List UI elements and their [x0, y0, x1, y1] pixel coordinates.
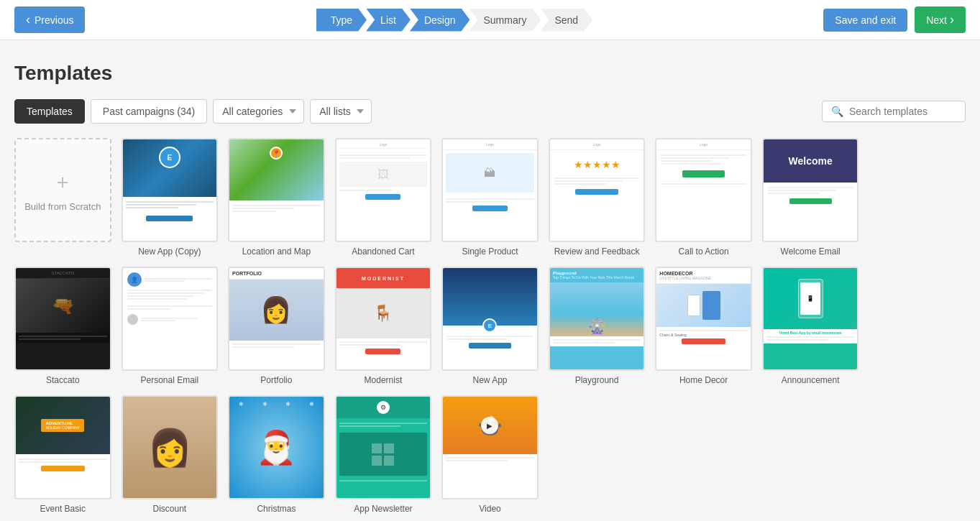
template-label: Location and Map — [228, 246, 325, 257]
template-label: Portfolio — [228, 375, 325, 385]
template-label: Modernist — [335, 375, 432, 385]
search-icon: 🔍 — [831, 106, 843, 117]
header-left: Previous — [14, 6, 85, 33]
template-label: Abandoned Cart — [335, 246, 432, 257]
template-christmas[interactable]: 🎅 ❄ ❄ ❄ ❄ Christmas — [228, 395, 325, 514]
template-label: Christmas — [228, 504, 325, 514]
template-label: Announcement — [762, 375, 859, 385]
template-build-from-scratch[interactable]: ＋ Build from Scratch — [14, 138, 111, 257]
template-single-product[interactable]: Logo 🏔 Single Product — [441, 138, 539, 257]
template-label: New App (Copy) — [122, 246, 219, 257]
plus-icon: ＋ — [52, 168, 73, 195]
template-label: App Newsletter — [335, 504, 432, 514]
main-content: Templates Templates Past campaigns (34) … — [0, 40, 980, 521]
template-location-map[interactable]: 📍 Location and Map — [228, 138, 325, 257]
template-playground[interactable]: Playground Top Things To Do With Your Ki… — [549, 267, 646, 385]
breadcrumb-list[interactable]: List — [366, 9, 411, 32]
template-personal-email[interactable]: 👤 — [122, 267, 219, 385]
search-input[interactable] — [849, 106, 956, 117]
template-label: Single Product — [441, 246, 539, 257]
template-discount[interactable]: 👩 Discount — [122, 395, 219, 514]
template-new-app[interactable]: E New App — [441, 267, 539, 385]
categories-filter[interactable]: All categories — [213, 99, 304, 124]
template-call-to-action[interactable]: Logo Call to Action — [655, 138, 752, 257]
template-portfolio[interactable]: PORTFOLIO 👩 Portfolio — [228, 267, 325, 385]
template-label: Welcome Email — [762, 246, 859, 257]
tab-templates[interactable]: Templates — [14, 99, 85, 124]
save-exit-button[interactable]: Save and exit — [823, 9, 907, 32]
template-abandoned-cart[interactable]: Logo 🖼 Abandoned Cart — [335, 138, 432, 257]
template-modernist[interactable]: MODERNIST 🪑 Modernist — [335, 267, 432, 385]
template-label: Event Basic — [14, 504, 111, 514]
template-label: Discount — [122, 504, 219, 514]
next-button[interactable]: Next — [915, 6, 966, 33]
template-announcement[interactable]: 📱 Voted Best App by small businesses Ann… — [762, 267, 859, 385]
filters-bar: Templates Past campaigns (34) All catego… — [14, 99, 966, 124]
template-video[interactable]: 🍲 ▶ Video — [441, 395, 539, 514]
breadcrumb-design[interactable]: Design — [410, 9, 470, 32]
breadcrumb: Type List Design Summary Send — [316, 9, 592, 32]
scratch-label: Build from Scratch — [24, 201, 101, 212]
breadcrumb-type[interactable]: Type — [316, 9, 367, 32]
page-title: Templates — [14, 62, 966, 85]
tab-past-campaigns[interactable]: Past campaigns (34) — [91, 99, 207, 124]
header-right: Save and exit Next — [823, 6, 966, 33]
previous-button[interactable]: Previous — [14, 6, 85, 33]
search-wrap: 🔍 — [822, 101, 966, 122]
template-staccato[interactable]: STACCATO 🔫 Staccato — [14, 267, 111, 385]
template-review-feedback[interactable]: Logo ★★★★★ Review and Feedback — [549, 138, 646, 257]
lists-filter[interactable]: All lists — [310, 99, 372, 124]
breadcrumb-summary[interactable]: Summary — [469, 9, 541, 32]
template-new-app-copy[interactable]: E New App (Copy) — [122, 138, 219, 257]
template-label: Call to Action — [655, 246, 752, 257]
template-label: Playground — [549, 375, 646, 385]
template-label: Personal Email — [122, 375, 219, 385]
template-label: Staccato — [14, 375, 111, 385]
breadcrumb-send[interactable]: Send — [540, 9, 592, 32]
template-label: Review and Feedback — [549, 246, 646, 257]
header: Previous Type List Design Summary Send S… — [0, 0, 980, 40]
template-label: Video — [441, 504, 539, 514]
template-welcome-email[interactable]: Welcome Welcome Email — [762, 138, 859, 257]
template-label: Home Decor — [655, 375, 752, 385]
template-event-basic[interactable]: ADVENTURE HOLIDAY COMPANY Event Basic — [14, 395, 111, 514]
template-app-newsletter[interactable]: ⚙ — [335, 395, 432, 514]
template-home-decor[interactable]: HOMEDECOR LIFESTYLE LIVING MAGAZINE Chai… — [655, 267, 752, 385]
template-label: New App — [441, 375, 539, 385]
